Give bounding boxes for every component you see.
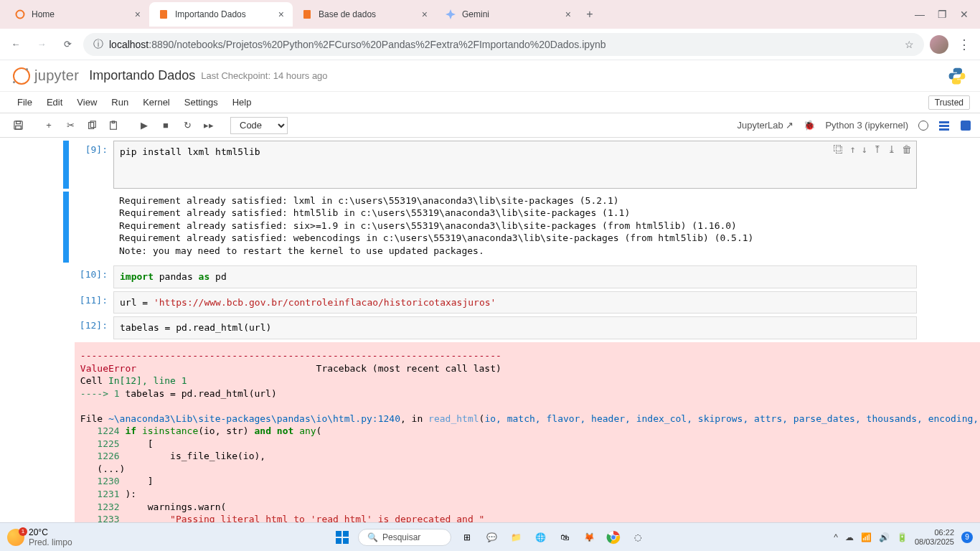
- address-bar[interactable]: ⓘ localhost:8890/notebooks/Projetos%20Py…: [83, 33, 924, 56]
- chrome-icon[interactable]: [605, 529, 622, 546]
- svg-rect-4: [16, 121, 20, 124]
- insert-below-icon[interactable]: ⤓: [887, 143, 896, 156]
- insert-above-icon[interactable]: ⤒: [873, 143, 882, 156]
- wifi-icon[interactable]: 📶: [861, 532, 872, 542]
- close-window-button[interactable]: ✕: [960, 9, 969, 20]
- cell-type-select[interactable]: Code: [230, 117, 288, 134]
- maximize-button[interactable]: ❐: [938, 9, 947, 20]
- file-explorer-icon[interactable]: 📁: [507, 529, 524, 546]
- interrupt-button[interactable]: ■: [156, 116, 175, 135]
- notebook-tools-icon[interactable]: [960, 120, 971, 131]
- search-icon: 🔍: [367, 532, 378, 542]
- firefox-icon[interactable]: 🦊: [580, 529, 598, 546]
- clock[interactable]: 06:22 08/03/2025: [915, 528, 954, 546]
- temperature: 20°C: [29, 527, 72, 537]
- menu-run[interactable]: Run: [104, 97, 136, 108]
- svg-rect-2: [303, 10, 311, 19]
- menu-file[interactable]: File: [10, 97, 39, 108]
- duplicate-cell-icon[interactable]: ⿻: [834, 143, 844, 156]
- save-button[interactable]: [9, 116, 27, 135]
- output-area: . --------------------------------------…: [63, 342, 917, 522]
- kernel-name[interactable]: Python 3 (ipykernel): [825, 120, 908, 131]
- svg-rect-11: [939, 125, 949, 127]
- weather-desc: Pred. limpo: [29, 537, 72, 547]
- taskbar-search[interactable]: 🔍 Pesquisar: [358, 529, 451, 546]
- svg-rect-16: [336, 538, 341, 544]
- close-icon[interactable]: ×: [278, 9, 284, 20]
- notebook-favicon-icon: [158, 9, 169, 20]
- copy-button[interactable]: [83, 116, 101, 135]
- menu-view[interactable]: View: [70, 97, 104, 108]
- onedrive-icon[interactable]: ☁: [845, 532, 854, 542]
- code-cell[interactable]: [10]: import pandas as pd: [63, 265, 917, 288]
- loading-app-icon[interactable]: ◌: [629, 529, 646, 546]
- insert-cell-button[interactable]: +: [39, 116, 58, 135]
- tab-gemini[interactable]: Gemini ×: [436, 2, 580, 27]
- menu-edit[interactable]: Edit: [39, 97, 70, 108]
- start-button[interactable]: [334, 529, 351, 546]
- chrome-menu-button[interactable]: ⋮: [954, 37, 974, 52]
- jupyter-header: jupyter Importando Dados Last Checkpoint…: [0, 60, 980, 92]
- cell-prompt: [9]:: [69, 141, 113, 189]
- close-icon[interactable]: ×: [135, 9, 141, 20]
- svg-point-20: [611, 534, 616, 540]
- window-controls: ― ❐ ✕: [903, 9, 980, 20]
- delete-cell-icon[interactable]: 🗑: [902, 143, 912, 156]
- code-input[interactable]: tabelas = pd.read_html(url): [113, 316, 917, 339]
- code-cell[interactable]: [12]: tabelas = pd.read_html(url): [63, 316, 917, 339]
- debugger-icon[interactable]: 🐞: [804, 120, 815, 131]
- restart-run-all-button[interactable]: ▸▸: [199, 116, 218, 135]
- reload-button[interactable]: ⟳: [57, 34, 77, 55]
- close-icon[interactable]: ×: [565, 9, 571, 20]
- site-info-icon[interactable]: ⓘ: [93, 38, 103, 51]
- code-cell[interactable]: [9]: pip install lxml html5lib ⿻ ↑ ↓ ⤒ ⤓…: [63, 141, 917, 189]
- toc-icon[interactable]: [938, 120, 950, 131]
- chat-icon[interactable]: 💬: [483, 529, 500, 546]
- run-button[interactable]: ▶: [135, 116, 154, 135]
- task-view-icon[interactable]: ⊞: [458, 529, 476, 546]
- jupyter-logo[interactable]: jupyter: [13, 67, 79, 85]
- python-logo-icon: [947, 66, 967, 86]
- tab-title: Gemini: [462, 9, 560, 19]
- menu-settings[interactable]: Settings: [177, 97, 225, 108]
- toolbar: + ✂ ▶ ■ ↻ ▸▸ Code JupyterLab ↗ 🐞 Python …: [0, 113, 980, 138]
- paste-button[interactable]: [104, 116, 123, 135]
- menu-bar: File Edit View Run Kernel Settings Help …: [0, 92, 980, 113]
- bookmark-star-icon[interactable]: ☆: [905, 39, 914, 50]
- tab-base-de-dados[interactable]: Base de dados ×: [293, 2, 436, 27]
- minimize-button[interactable]: ―: [915, 9, 925, 20]
- edge-icon[interactable]: 🌐: [532, 529, 549, 546]
- notebook-title[interactable]: Importando Dados: [89, 68, 195, 83]
- cut-button[interactable]: ✂: [61, 116, 80, 135]
- move-down-icon[interactable]: ↓: [862, 143, 867, 156]
- battery-icon[interactable]: 🔋: [897, 532, 908, 542]
- jupyterlab-link[interactable]: JupyterLab ↗: [737, 120, 793, 131]
- code-input[interactable]: import pandas as pd: [113, 265, 917, 288]
- code-cell[interactable]: [11]: url = 'https://www.bcb.gov.br/cont…: [63, 291, 917, 314]
- forward-button[interactable]: →: [32, 34, 52, 55]
- move-up-icon[interactable]: ↑: [849, 143, 855, 156]
- windows-taskbar: 20°C Pred. limpo 🔍 Pesquisar ⊞ 💬 📁 🌐 🛍 🦊…: [0, 522, 980, 551]
- notification-badge[interactable]: 9: [961, 532, 973, 543]
- volume-icon[interactable]: 🔊: [879, 532, 890, 542]
- back-button[interactable]: ←: [6, 34, 26, 55]
- gemini-favicon-icon: [445, 9, 456, 20]
- svg-rect-1: [160, 10, 167, 19]
- notebook-area[interactable]: [9]: pip install lxml html5lib ⿻ ↑ ↓ ⤒ ⤓…: [0, 138, 980, 522]
- output-area: . Requirement already satisfied: lxml in…: [63, 192, 917, 263]
- code-input[interactable]: pip install lxml html5lib ⿻ ↑ ↓ ⤒ ⤓ 🗑: [113, 141, 917, 189]
- restart-button[interactable]: ↻: [178, 116, 197, 135]
- chevron-up-icon[interactable]: ^: [834, 532, 838, 542]
- profile-avatar[interactable]: [930, 35, 948, 54]
- close-icon[interactable]: ×: [422, 9, 428, 20]
- trusted-badge[interactable]: Trusted: [928, 95, 970, 110]
- tab-home[interactable]: Home ×: [6, 2, 149, 27]
- menu-help[interactable]: Help: [225, 97, 259, 108]
- new-tab-button[interactable]: +: [580, 8, 600, 21]
- tabs-row: Home × Importando Dados × Base de dados …: [6, 0, 903, 29]
- tab-importando-dados[interactable]: Importando Dados ×: [149, 2, 293, 27]
- menu-kernel[interactable]: Kernel: [136, 97, 177, 108]
- weather-widget[interactable]: 20°C Pred. limpo: [7, 527, 72, 547]
- store-icon[interactable]: 🛍: [556, 529, 573, 546]
- code-input[interactable]: url = 'https://www.bcb.gov.br/controlein…: [113, 291, 917, 314]
